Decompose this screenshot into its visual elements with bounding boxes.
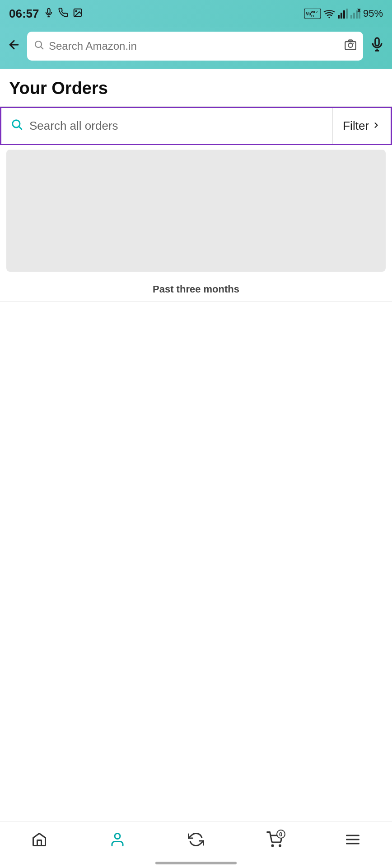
- svg-rect-17: [356, 10, 358, 19]
- image-status-icon: [73, 8, 83, 20]
- svg-point-24: [348, 43, 352, 47]
- skeleton-loader: [6, 150, 386, 272]
- svg-point-21: [35, 41, 42, 47]
- mic-status-icon: [44, 8, 54, 20]
- mic-button[interactable]: [369, 37, 385, 56]
- orders-content-area: [0, 302, 392, 868]
- svg-point-32: [272, 845, 273, 846]
- nav-cart[interactable]: 0: [257, 829, 292, 854]
- person-icon: [109, 831, 126, 852]
- status-bar: 06:57 Vo Wi Fi: [0, 0, 392, 27]
- cart-badge: 0: [276, 830, 285, 839]
- svg-rect-12: [341, 13, 342, 19]
- nav-menu[interactable]: [336, 829, 370, 854]
- page-title: Your Orders: [9, 79, 383, 98]
- search-icon: [33, 39, 44, 53]
- svg-line-30: [19, 127, 22, 129]
- top-nav: [0, 27, 392, 69]
- home-icon: [31, 831, 47, 852]
- svg-rect-13: [343, 10, 345, 19]
- filter-label: Filter: [343, 119, 369, 133]
- svg-point-10: [328, 17, 330, 18]
- search-orders-placeholder: Search all orders: [29, 119, 118, 133]
- svg-text:2: 2: [316, 10, 318, 14]
- phone-status-icon: [58, 8, 68, 20]
- gesture-pill: [155, 862, 237, 864]
- svg-point-31: [115, 834, 120, 839]
- nav-account[interactable]: [100, 829, 135, 854]
- order-search-icon: [10, 118, 23, 134]
- nav-returns[interactable]: [179, 829, 213, 854]
- filter-chevron-icon: [372, 120, 381, 132]
- svg-rect-16: [353, 13, 355, 19]
- wifi-icon: [323, 9, 335, 19]
- menu-icon: [345, 831, 361, 852]
- svg-point-33: [279, 845, 280, 846]
- amazon-search-bar[interactable]: [27, 32, 363, 61]
- battery-percent: 95%: [363, 8, 383, 19]
- signal-x-icon: [350, 9, 360, 19]
- status-time: 06:57: [9, 7, 39, 21]
- svg-rect-26: [375, 38, 379, 46]
- svg-rect-15: [350, 15, 352, 19]
- svg-rect-11: [338, 15, 340, 19]
- gesture-bar: [0, 861, 392, 865]
- status-icons-right: Vo Wi Fi 2 95%: [304, 8, 383, 19]
- svg-text:Wi: Wi: [311, 10, 315, 14]
- svg-text:Fi: Fi: [311, 14, 314, 18]
- svg-point-29: [13, 120, 20, 127]
- svg-line-22: [41, 47, 44, 50]
- filter-tab-bar[interactable]: Past three months: [0, 276, 392, 302]
- svg-point-4: [75, 10, 77, 12]
- signal-icon: [338, 9, 348, 19]
- filter-tab-label: Past three months: [9, 283, 383, 295]
- nav-home[interactable]: [22, 829, 56, 854]
- camera-search-icon[interactable]: [344, 38, 357, 54]
- search-orders-bar[interactable]: Search all orders Filter: [0, 107, 392, 145]
- back-button[interactable]: [7, 38, 21, 55]
- filter-button[interactable]: Filter: [332, 108, 391, 144]
- search-orders-left[interactable]: Search all orders: [1, 108, 332, 144]
- svg-rect-14: [346, 9, 348, 19]
- amazon-search-input[interactable]: [49, 40, 340, 52]
- vowifi-icon: Vo Wi Fi 2: [304, 9, 321, 19]
- returns-icon: [188, 831, 204, 852]
- cart-icon: 0: [266, 831, 283, 852]
- svg-rect-0: [47, 8, 50, 13]
- orders-title-bar: Your Orders: [0, 69, 392, 107]
